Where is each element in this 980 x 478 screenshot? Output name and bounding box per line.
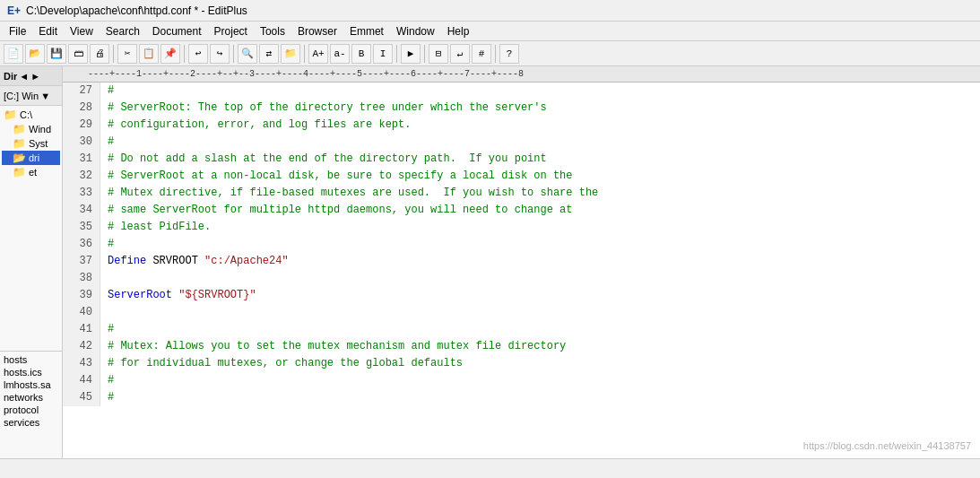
line-number: 41 [63,321,100,338]
table-row: 35# least PidFile. [63,219,980,236]
line-number: 32 [63,168,100,185]
menu-item-document[interactable]: Document [147,23,207,39]
folder-icon: 📁 [13,123,26,135]
comment-text: # [108,238,114,250]
menu-item-view[interactable]: View [65,23,99,39]
table-row: 39ServerRoot "${SRVROOT}" [63,287,980,304]
menu-item-help[interactable]: Help [442,23,475,39]
line-content[interactable]: # configuration, error, and log files ar… [100,117,411,134]
font-bigger-btn[interactable]: A+ [308,44,328,64]
undo-btn[interactable]: ↩ [188,44,208,64]
menu-item-browser[interactable]: Browser [292,23,343,39]
comment-text: # least PidFile. [108,221,211,233]
bold-btn[interactable]: B [351,44,371,64]
line-content[interactable]: # [100,83,114,100]
line-number: 35 [63,219,100,236]
line-content[interactable]: # [100,389,114,406]
editor-content: 27#28# ServerRoot: The top of the direct… [63,83,980,458]
table-row: 34# same ServerRoot for multiple httpd d… [63,202,980,219]
line-content[interactable]: # ServerRoot: The top of the directory t… [100,100,547,117]
sep4-separator [304,45,305,63]
line-content[interactable]: Define SRVROOT "c:/Apache24" [100,253,289,270]
line-num-btn[interactable]: # [472,44,491,64]
drive-header[interactable]: [C:] Win ▼ [0,86,62,106]
line-content[interactable]: # Mutex: Allows you to set the mutex mec… [100,338,566,355]
file-item[interactable]: networks [2,391,60,404]
italic-btn[interactable]: I [373,44,393,64]
file-item[interactable]: lmhosts.sa [2,378,60,391]
line-number: 28 [63,100,100,117]
redo-btn[interactable]: ↪ [210,44,230,64]
find-files-btn[interactable]: 📁 [281,44,300,64]
line-content[interactable]: # Do not add a slash at the end of the d… [100,151,547,168]
comment-text: # Do not add a slash at the end of the d… [108,152,547,165]
editor-area[interactable]: 27#28# ServerRoot: The top of the direct… [63,83,980,458]
font-smaller-btn[interactable]: a- [330,44,350,64]
menu-item-emmet[interactable]: Emmet [344,23,389,39]
help-btn[interactable]: ? [499,44,519,64]
sep5-separator [396,45,397,63]
line-content[interactable]: # [100,372,114,389]
table-row: 30# [63,134,980,151]
replace-btn[interactable]: ⇄ [259,44,279,64]
dir-label: Dir [4,71,17,82]
file-item[interactable]: hosts.ics [2,366,60,378]
line-content[interactable]: # [100,236,114,253]
print-btn[interactable]: 🖨 [90,44,109,64]
sep2-separator [184,45,185,63]
tree-item-label: Wind [29,124,51,135]
app-icon: E+ [7,4,21,17]
dir-chevron-left[interactable]: ◄ [19,71,29,82]
line-content[interactable]: # [100,134,114,151]
folder-icon: 📁 [13,166,26,178]
drive-dropdown-icon[interactable]: ▼ [40,91,50,101]
save-btn[interactable]: 💾 [47,44,66,64]
sep3-separator [233,45,234,63]
open-btn[interactable]: 📂 [25,44,45,64]
line-number: 42 [63,338,100,355]
tree-item[interactable]: 📁C:\ [2,108,60,122]
save-all-btn[interactable]: 🗃 [68,44,88,64]
menu-item-window[interactable]: Window [391,23,440,39]
tree-item[interactable]: 📁Wind [2,122,60,136]
menu-item-search[interactable]: Search [100,23,145,39]
word-wrap-btn[interactable]: ↵ [450,44,470,64]
line-content[interactable]: # ServerRoot at a non-local disk, be sur… [100,168,572,185]
menu-item-file[interactable]: File [4,23,31,39]
line-number: 33 [63,185,100,202]
dir-header: Dir ◄ ► [0,66,62,86]
toolbar: 📄📂💾🗃🖨✂📋📌↩↪🔍⇄📁A+a-BI▶⊟↵#? [0,41,980,66]
sep7-separator [495,45,496,63]
line-content[interactable]: ServerRoot "${SRVROOT}" [100,287,256,304]
line-content[interactable]: # least PidFile. [100,219,211,236]
find-btn[interactable]: 🔍 [238,44,257,64]
file-item[interactable]: protocol [2,404,60,416]
right-panel: ----+----1----+----2----+--+--3----+----… [63,66,980,458]
col-select-btn[interactable]: ⊟ [429,44,448,64]
file-item[interactable]: hosts [2,353,60,366]
cut-btn[interactable]: ✂ [117,44,137,64]
table-row: 44# [63,372,980,389]
tree-item[interactable]: 📂dri [2,151,60,165]
menu-item-tools[interactable]: Tools [255,23,291,39]
copy-btn[interactable]: 📋 [139,44,159,64]
new-btn[interactable]: 📄 [4,44,23,64]
table-row: 43# for individual mutexes, or change th… [63,355,980,372]
comment-text: # Mutex directive, if file-based mutexes… [108,187,598,199]
run-btn[interactable]: ▶ [401,44,421,64]
line-content[interactable]: # for individual mutexes, or change the … [100,355,463,372]
line-number: 36 [63,236,100,253]
line-content[interactable]: # [100,321,114,338]
directive-keyword: ServerRoot [108,289,172,301]
line-content[interactable]: # same ServerRoot for multiple httpd dae… [100,202,572,219]
dir-chevron-right[interactable]: ► [30,71,40,82]
file-item[interactable]: services [2,416,60,429]
tree-item[interactable]: 📁et [2,165,60,179]
line-content[interactable]: # Mutex directive, if file-based mutexes… [100,185,598,202]
tree-item[interactable]: 📁Syst [2,136,60,151]
tree-item-label: C:\ [20,109,32,120]
menu-item-edit[interactable]: Edit [33,23,63,39]
comment-text: # [108,391,114,404]
menu-item-project[interactable]: Project [209,23,253,39]
paste-btn[interactable]: 📌 [160,44,180,64]
